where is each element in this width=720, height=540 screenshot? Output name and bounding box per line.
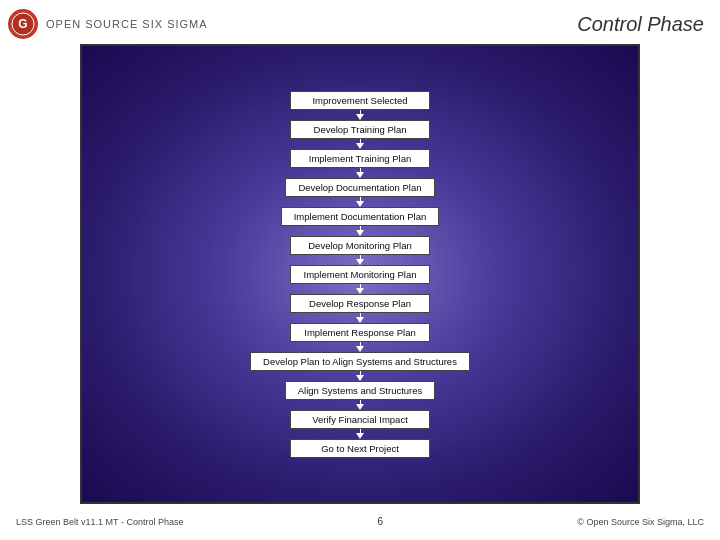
arrow-12 xyxy=(355,429,365,439)
arrow-3 xyxy=(355,168,365,178)
arrow-8 xyxy=(355,313,365,323)
step-8-box: Develop Response Plan xyxy=(290,294,430,313)
arrow-2 xyxy=(355,139,365,149)
step-11-box: Align Systems and Structures xyxy=(285,381,436,400)
step-5-box: Implement Documentation Plan xyxy=(281,207,440,226)
arrow-5 xyxy=(355,226,365,236)
page-title: Control Phase xyxy=(577,13,704,36)
arrow-1 xyxy=(355,110,365,120)
step-10-box: Develop Plan to Align Systems and Struct… xyxy=(250,352,470,371)
step-6-box: Develop Monitoring Plan xyxy=(290,236,430,255)
arrow-11 xyxy=(355,400,365,410)
arrow-4 xyxy=(355,197,365,207)
footer-right: © Open Source Six Sigma, LLC xyxy=(577,517,704,527)
header-left: G OPEN SOURCE SIX SIGMA xyxy=(8,9,208,39)
logo-icon: G xyxy=(8,9,38,39)
step-3-box: Implement Training Plan xyxy=(290,149,430,168)
diagram-container: Improvement Selected Develop Training Pl… xyxy=(80,44,640,504)
footer-left: LSS Green Belt v11.1 MT - Control Phase xyxy=(16,517,183,527)
header: G OPEN SOURCE SIX SIGMA Control Phase xyxy=(0,0,720,44)
step-12-box: Verify Financial Impact xyxy=(290,410,430,429)
svg-text:G: G xyxy=(18,17,27,31)
step-2-box: Develop Training Plan xyxy=(290,120,430,139)
step-9-box: Implement Response Plan xyxy=(290,323,430,342)
step-7-box: Implement Monitoring Plan xyxy=(290,265,430,284)
main-content: Improvement Selected Develop Training Pl… xyxy=(0,44,720,512)
footer-page: 6 xyxy=(378,516,384,527)
arrow-7 xyxy=(355,284,365,294)
arrow-9 xyxy=(355,342,365,352)
step-4-box: Develop Documentation Plan xyxy=(285,178,434,197)
arrow-10 xyxy=(355,371,365,381)
step-1-box: Improvement Selected xyxy=(290,91,430,110)
arrow-6 xyxy=(355,255,365,265)
step-13-box: Go to Next Project xyxy=(290,439,430,458)
footer: LSS Green Belt v11.1 MT - Control Phase … xyxy=(0,512,720,531)
org-text: OPEN SOURCE SIX SIGMA xyxy=(46,18,208,30)
